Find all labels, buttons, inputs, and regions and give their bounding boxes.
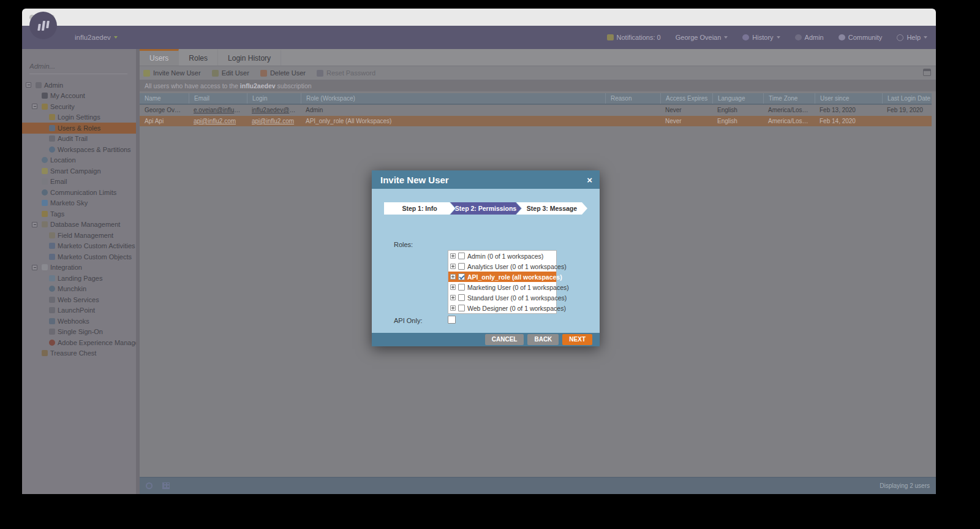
sidebar-item-smart-campaign[interactable]: Smart Campaign (22, 166, 136, 177)
menu-notifications[interactable]: Notifications: 0 (607, 34, 661, 41)
expand-icon[interactable] (450, 305, 456, 311)
sidebar-item-single-sign-on[interactable]: Single Sign-On (22, 327, 136, 338)
role-checkbox[interactable] (458, 284, 465, 291)
expand-icon[interactable] (450, 253, 456, 259)
role-checkbox[interactable] (458, 294, 465, 301)
role-option-analytics-user[interactable]: Analytics User (0 of 1 workspaces) (448, 261, 556, 272)
wizard-step-3[interactable]: Step 3: Message (516, 202, 587, 215)
column-header-login[interactable]: Login (247, 93, 301, 104)
collapse-toggle-icon[interactable] (32, 222, 37, 227)
sidebar-item-audit-trail[interactable]: Audit Trail (22, 134, 136, 145)
sidebar-item-label: Location (50, 156, 76, 164)
tab-users[interactable]: Users (140, 49, 179, 66)
cell-user-since: Feb 14, 2020 (815, 118, 882, 124)
next-button[interactable]: NEXT (562, 334, 592, 345)
column-header-time-zone[interactable]: Time Zone (763, 93, 815, 104)
role-checkbox[interactable] (458, 253, 465, 259)
column-header-user-since[interactable]: User since (815, 93, 882, 104)
role-option-api-only-role[interactable]: API_only_role (all workspaces) (448, 272, 556, 282)
subscription-menu[interactable]: influ2aedev (75, 26, 118, 49)
tab-roles[interactable]: Roles (179, 49, 218, 66)
column-header-reason[interactable]: Reason (605, 93, 660, 104)
sidebar-item-integration[interactable]: Integration (22, 262, 136, 273)
menu-admin[interactable]: Admin (795, 34, 824, 41)
sidebar-item-marketo-sky[interactable]: Marketo Sky (22, 198, 136, 209)
sidebar-item-munchkin[interactable]: Munchkin (22, 284, 136, 295)
menu-help[interactable]: Help (897, 34, 927, 41)
column-header-last-login-date[interactable]: Last Login Date (882, 93, 932, 104)
sidebar-item-web-services[interactable]: Web Services (22, 294, 136, 305)
table-row[interactable]: Api Apiapi@influ2.comapi@influ2.comAPI_o… (140, 116, 932, 127)
sidebar-item-login-settings[interactable]: Login Settings (22, 112, 136, 123)
role-option-admin[interactable]: Admin (0 of 1 workspaces) (448, 251, 556, 261)
sidebar-item-field-management[interactable]: Field Management (22, 230, 136, 241)
sidebar-item-communication-limits[interactable]: Communication Limits (22, 187, 136, 198)
close-icon[interactable]: × (587, 175, 592, 185)
sidebar-item-database-management[interactable]: Database Management (22, 219, 136, 230)
indent-spacer (32, 211, 39, 216)
expand-icon[interactable] (450, 284, 456, 290)
column-header-email[interactable]: Email (189, 93, 247, 104)
wizard-step-2[interactable]: Step 2: Permissions (450, 202, 521, 215)
sidebar-item-location[interactable]: Location (22, 155, 136, 166)
column-header-name[interactable]: Name (140, 93, 189, 104)
export-grid-icon[interactable] (162, 482, 170, 489)
chevron-down-icon (114, 36, 118, 39)
sidebar-item-admin[interactable]: Admin (22, 80, 136, 91)
menu-history[interactable]: History (742, 34, 780, 41)
sidebar-item-webhooks[interactable]: Webhooks (22, 316, 136, 327)
delete-user-button[interactable]: Delete User (260, 69, 306, 77)
expand-icon[interactable] (450, 264, 456, 269)
cell-email[interactable]: e.oveian@influ2.com (189, 107, 247, 113)
expand-icon[interactable] (450, 274, 456, 280)
column-header-access-expires[interactable]: Access Expires (660, 93, 712, 104)
location-icon (42, 157, 48, 163)
role-option-web-designer[interactable]: Web Designer (0 of 1 workspaces) (448, 303, 556, 313)
role-checkbox[interactable] (458, 273, 465, 280)
sidebar-item-security[interactable]: Security (22, 101, 136, 112)
menu-user[interactable]: George Oveian (676, 34, 728, 41)
role-checkbox[interactable] (458, 263, 465, 270)
tab-login-history[interactable]: Login History (218, 49, 281, 66)
sidebar-filter-input[interactable] (29, 61, 127, 74)
cell-login[interactable]: api@influ2.com (247, 118, 301, 124)
menu-community[interactable]: Community (839, 34, 883, 41)
sidebar-item-label: My Account (50, 92, 85, 99)
api-only-checkbox[interactable] (448, 316, 456, 324)
back-button[interactable]: BACK (527, 334, 559, 345)
expand-icon[interactable] (450, 295, 456, 300)
sidebar-item-users-roles[interactable]: Users & Roles (22, 123, 136, 134)
sidebar-item-marketo-custom-objects[interactable]: Marketo Custom Objects (22, 251, 136, 262)
cell-email[interactable]: api@influ2.com (189, 118, 247, 124)
menu-label: Community (848, 34, 883, 41)
table-row[interactable]: George Oveiane.oveian@influ2.cominflu2ae… (140, 105, 932, 116)
collapse-toggle-icon[interactable] (26, 82, 31, 88)
sidebar-item-marketo-custom-activities[interactable]: Marketo Custom Activities (22, 241, 136, 252)
wizard-step-1[interactable]: Step 1: Info (384, 202, 455, 215)
sidebar-item-label: Landing Pages (58, 275, 102, 282)
edit-user-button[interactable]: Edit User (212, 69, 249, 77)
sidebar-item-launchpoint[interactable]: LaunchPoint (22, 305, 136, 316)
calendar-icon[interactable] (923, 69, 931, 76)
sidebar-item-label: Tags (50, 210, 64, 218)
cell-login[interactable]: influ2aedev@influ2... (247, 107, 301, 113)
sidebar-item-my-account[interactable]: My Account (22, 91, 136, 102)
refresh-icon[interactable] (146, 482, 153, 489)
sidebar-item-workspaces-partitions[interactable]: Workspaces & Partitions (22, 144, 136, 155)
sidebar-item-tags[interactable]: Tags (22, 208, 136, 219)
invite-new-user-button[interactable]: Invite New User (143, 69, 201, 77)
sidebar-item-treasure-chest[interactable]: Treasure Chest (22, 348, 136, 359)
role-option-standard-user[interactable]: Standard User (0 of 1 workspaces) (448, 292, 556, 303)
collapse-toggle-icon[interactable] (32, 265, 37, 270)
toolbar: Invite New UserEdit UserDelete UserReset… (140, 66, 936, 80)
sky-icon (42, 200, 48, 206)
cancel-button[interactable]: CANCEL (485, 334, 524, 345)
sidebar-item-landing-pages[interactable]: Landing Pages (22, 273, 136, 284)
column-header-role-workspace[interactable]: Role (Workspace) (301, 93, 605, 104)
role-checkbox[interactable] (458, 305, 465, 311)
collapse-toggle-icon[interactable] (32, 104, 37, 109)
sidebar-item-adobe-experience-manager[interactable]: Adobe Experience Manager (22, 337, 136, 348)
role-option-marketing-user[interactable]: Marketing User (0 of 1 workspaces) (448, 282, 556, 292)
column-header-language[interactable]: Language (712, 93, 763, 104)
sidebar-item-email[interactable]: Email (22, 177, 136, 188)
